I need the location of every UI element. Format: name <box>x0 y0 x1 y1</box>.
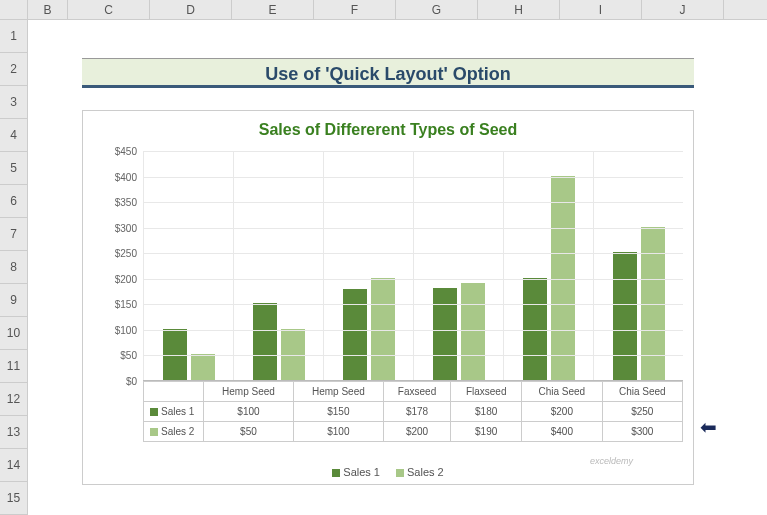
select-all-corner[interactable] <box>0 0 28 19</box>
bar <box>641 227 665 380</box>
arrow-icon: ⬅ <box>700 415 717 439</box>
watermark: exceldemy <box>590 456 633 466</box>
bar <box>253 303 277 380</box>
chart-title: Sales of Differerent Types of Seed <box>83 111 693 144</box>
row-header-13[interactable]: 13 <box>0 416 28 449</box>
col-header-B[interactable]: B <box>28 0 68 19</box>
bar <box>613 252 637 380</box>
col-header-E[interactable]: E <box>232 0 314 19</box>
table-cell: $200 <box>522 402 602 422</box>
table-cell: $400 <box>522 422 602 442</box>
bar-group <box>143 151 233 380</box>
y-tick: $0 <box>126 376 137 387</box>
table-row-label: Sales 1 <box>144 402 204 422</box>
col-header-J[interactable]: J <box>642 0 724 19</box>
legend-item: Sales 1 <box>332 466 380 478</box>
table-row-label: Sales 2 <box>144 422 204 442</box>
row-headers: 1 2 3 4 5 6 7 8 9 10 11 12 13 14 15 <box>0 20 28 515</box>
bars <box>143 151 683 380</box>
row-header-7[interactable]: 7 <box>0 218 28 251</box>
row-header-9[interactable]: 9 <box>0 284 28 317</box>
bar <box>281 329 305 380</box>
bar <box>191 354 215 380</box>
row-header-1[interactable]: 1 <box>0 20 28 53</box>
row-header-11[interactable]: 11 <box>0 350 28 383</box>
y-tick: $100 <box>115 324 137 335</box>
col-header-H[interactable]: H <box>478 0 560 19</box>
table-header: Flaxseed <box>451 382 522 402</box>
bar-group <box>233 151 323 380</box>
y-axis: $0$50$100$150$200$250$300$350$400$450 <box>83 151 141 381</box>
row-header-3[interactable]: 3 <box>0 86 28 119</box>
table-cell: $150 <box>293 402 383 422</box>
row-header-15[interactable]: 15 <box>0 482 28 515</box>
y-tick: $400 <box>115 171 137 182</box>
table-header: Chia Seed <box>522 382 602 402</box>
row-header-5[interactable]: 5 <box>0 152 28 185</box>
col-header-D[interactable]: D <box>150 0 232 19</box>
bar <box>461 283 485 380</box>
column-headers: B C D E F G H I J <box>0 0 767 20</box>
y-tick: $350 <box>115 197 137 208</box>
bar-group <box>593 151 683 380</box>
y-tick: $450 <box>115 146 137 157</box>
table-cell: $190 <box>451 422 522 442</box>
legend: Sales 1Sales 2 <box>83 466 693 478</box>
row-header-4[interactable]: 4 <box>0 119 28 152</box>
col-header-I[interactable]: I <box>560 0 642 19</box>
table-cell: $50 <box>204 422 294 442</box>
table-header: Hemp Seed <box>293 382 383 402</box>
bar-group <box>413 151 503 380</box>
bar-group <box>503 151 593 380</box>
row-header-14[interactable]: 14 <box>0 449 28 482</box>
legend-item: Sales 2 <box>396 466 444 478</box>
y-tick: $150 <box>115 299 137 310</box>
spreadsheet: B C D E F G H I J 1 2 3 4 5 6 7 8 9 10 1… <box>0 0 767 515</box>
row-header-6[interactable]: 6 <box>0 185 28 218</box>
table-header: Faxseed <box>383 382 450 402</box>
row-header-10[interactable]: 10 <box>0 317 28 350</box>
data-table: Hemp SeedHemp SeedFaxseedFlaxseedChia Se… <box>143 381 683 442</box>
page-title-bar: Use of 'Quick Layout' Option <box>82 58 694 88</box>
table-cell: $200 <box>383 422 450 442</box>
y-tick: $250 <box>115 248 137 259</box>
y-tick: $300 <box>115 222 137 233</box>
table-cell: $178 <box>383 402 450 422</box>
bar <box>343 289 367 380</box>
bar <box>433 288 457 380</box>
row-header-12[interactable]: 12 <box>0 383 28 416</box>
plot-area <box>143 151 683 381</box>
page-title: Use of 'Quick Layout' Option <box>265 64 511 84</box>
table-header: Hemp Seed <box>204 382 294 402</box>
y-tick: $50 <box>120 350 137 361</box>
table-cell: $180 <box>451 402 522 422</box>
chart[interactable]: Sales of Differerent Types of Seed $0$50… <box>82 110 694 485</box>
col-header-G[interactable]: G <box>396 0 478 19</box>
table-cell: $100 <box>204 402 294 422</box>
bar-group <box>323 151 413 380</box>
col-header-C[interactable]: C <box>68 0 150 19</box>
table-header: Chia Seed <box>602 382 682 402</box>
row-header-2[interactable]: 2 <box>0 53 28 86</box>
y-tick: $200 <box>115 273 137 284</box>
col-header-F[interactable]: F <box>314 0 396 19</box>
table-cell: $100 <box>293 422 383 442</box>
table-cell: $250 <box>602 402 682 422</box>
table-cell: $300 <box>602 422 682 442</box>
row-header-8[interactable]: 8 <box>0 251 28 284</box>
bar <box>163 329 187 380</box>
cell-grid[interactable]: Use of 'Quick Layout' Option Sales of Di… <box>28 20 767 515</box>
